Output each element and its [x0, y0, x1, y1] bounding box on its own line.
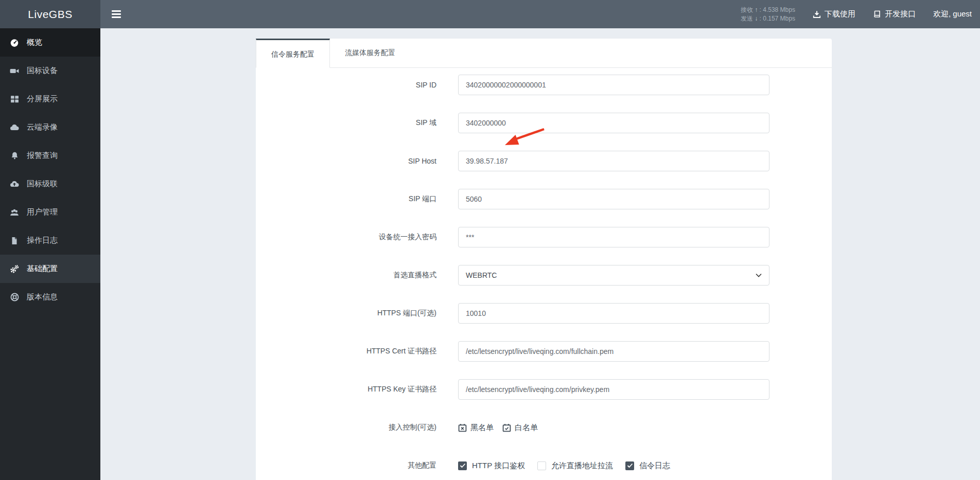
device-password-input[interactable] — [458, 227, 769, 247]
tab-media-service-config[interactable]: 流媒体服务配置 — [330, 39, 410, 68]
bell-icon — [10, 151, 19, 161]
form-row-sip-id: SIP ID — [256, 75, 832, 95]
form-row-access-control: 接入控制(可选) 黑名单 — [256, 417, 832, 438]
https-cert-label: HTTPS Cert 证书路径 — [256, 347, 436, 356]
life-ring-icon — [10, 293, 19, 302]
checkbox-http-api-auth[interactable]: HTTP 接口鉴权 — [458, 461, 525, 471]
cloud-upload-icon — [10, 180, 19, 189]
hamburger-icon — [112, 10, 121, 12]
sidebar-item-split-screen[interactable]: 分屏展示 — [0, 85, 100, 113]
checkbox-signal-log[interactable]: 信令日志 — [625, 461, 670, 471]
tab-signal-service-config[interactable]: 信令服务配置 — [256, 39, 330, 68]
checkbox-allow-pull-stream[interactable]: 允许直播地址拉流 — [537, 461, 613, 471]
form-row-https-cert: HTTPS Cert 证书路径 — [256, 341, 832, 362]
network-stats: 接收 ↑ : 4.538 Mbps 发送 ↓ : 0.157 Mbps — [741, 6, 795, 23]
form-row-other-config: 其他配置 HTTP 接口鉴权 允许直播地址拉流 — [256, 455, 832, 476]
https-key-label: HTTPS Key 证书路径 — [256, 385, 436, 394]
up-arrow-icon: ↑ — [755, 6, 758, 13]
sidebar-item-version-info[interactable]: 版本信息 — [0, 283, 100, 311]
cloud-icon — [10, 123, 19, 132]
top-header: LiveGBS 接收 ↑ : 4.538 Mbps 发送 ↓ : 0.157 M… — [0, 0, 980, 28]
download-icon — [813, 10, 821, 19]
signal-config-form: SIP ID SIP 域 SIP Host SIP 端口 设备统一接入密码 首选 — [256, 68, 832, 476]
video-camera-icon — [10, 66, 19, 76]
live-format-select[interactable]: WEBRTC — [458, 265, 769, 286]
main-content: 信令服务配置 流媒体服务配置 SIP ID SIP 域 SIP Host SIP… — [100, 28, 980, 480]
calendar-x-icon — [458, 423, 467, 432]
download-link[interactable]: 下载使用 — [813, 9, 855, 19]
sip-host-label: SIP Host — [256, 157, 436, 165]
gears-icon — [10, 264, 19, 274]
chevron-down-icon — [756, 273, 762, 277]
welcome-user[interactable]: 欢迎, guest — [933, 9, 972, 19]
https-cert-input[interactable] — [458, 341, 769, 362]
file-icon — [10, 236, 19, 245]
grid-icon — [10, 95, 19, 104]
sip-id-input[interactable] — [458, 75, 769, 95]
send-rate: 发送 ↓ : 0.157 Mbps — [741, 14, 795, 23]
form-row-sip-port: SIP 端口 — [256, 189, 832, 209]
form-row-device-password: 设备统一接入密码 — [256, 227, 832, 247]
config-tabs: 信令服务配置 流媒体服务配置 — [256, 39, 832, 68]
access-control-label: 接入控制(可选) — [256, 423, 436, 432]
blacklist-button[interactable]: 黑名单 — [458, 423, 494, 433]
https-port-label: HTTPS 端口(可选) — [256, 309, 436, 318]
down-arrow-icon: ↓ — [755, 15, 758, 22]
https-port-input[interactable] — [458, 303, 769, 324]
sidebar-toggle-button[interactable] — [103, 0, 129, 28]
config-card: 信令服务配置 流媒体服务配置 SIP ID SIP 域 SIP Host SIP… — [256, 39, 832, 480]
form-row-https-key: HTTPS Key 证书路径 — [256, 379, 832, 400]
form-row-sip-host: SIP Host — [256, 151, 832, 171]
sidebar-item-operation-log[interactable]: 操作日志 — [0, 226, 100, 255]
sidebar-item-user-management[interactable]: 用户管理 — [0, 198, 100, 226]
other-config-label: 其他配置 — [256, 461, 436, 470]
checked-checkbox-icon[interactable] — [458, 461, 467, 470]
receive-rate: 接收 ↑ : 4.538 Mbps — [741, 6, 795, 14]
sidebar-item-basic-config[interactable]: 基础配置 — [0, 255, 100, 283]
whitelist-button[interactable]: 白名单 — [502, 423, 538, 433]
live-format-label: 首选直播格式 — [256, 271, 436, 280]
sidebar-item-alarm-query[interactable]: 报警查询 — [0, 141, 100, 170]
calendar-check-icon — [502, 423, 511, 432]
sip-host-input[interactable] — [458, 151, 769, 171]
sip-port-label: SIP 端口 — [256, 194, 436, 204]
app-logo[interactable]: LiveGBS — [0, 0, 100, 28]
users-icon — [10, 208, 19, 217]
unchecked-checkbox-icon[interactable] — [537, 461, 546, 470]
form-row-sip-domain: SIP 域 — [256, 113, 832, 133]
dashboard-icon — [10, 38, 19, 47]
form-row-https-port: HTTPS 端口(可选) — [256, 303, 832, 324]
https-key-input[interactable] — [458, 379, 769, 400]
sidebar-item-cloud-recording[interactable]: 云端录像 — [0, 113, 100, 141]
book-icon — [873, 10, 881, 19]
sidebar-nav: 概览 国标设备 分屏展示 云端录像 报警查询 国标级联 用户管理 — [0, 28, 100, 480]
form-row-live-format: 首选直播格式 WEBRTC — [256, 265, 832, 286]
sip-port-input[interactable] — [458, 189, 769, 209]
sip-id-label: SIP ID — [256, 81, 436, 89]
checked-checkbox-icon[interactable] — [625, 461, 634, 470]
device-password-label: 设备统一接入密码 — [256, 233, 436, 242]
sidebar-item-overview[interactable]: 概览 — [0, 28, 100, 57]
sidebar-item-cascade[interactable]: 国标级联 — [0, 170, 100, 198]
sip-domain-input[interactable] — [458, 113, 769, 133]
sidebar-item-devices[interactable]: 国标设备 — [0, 57, 100, 85]
sip-domain-label: SIP 域 — [256, 118, 436, 128]
api-docs-link[interactable]: 开发接口 — [873, 9, 916, 19]
